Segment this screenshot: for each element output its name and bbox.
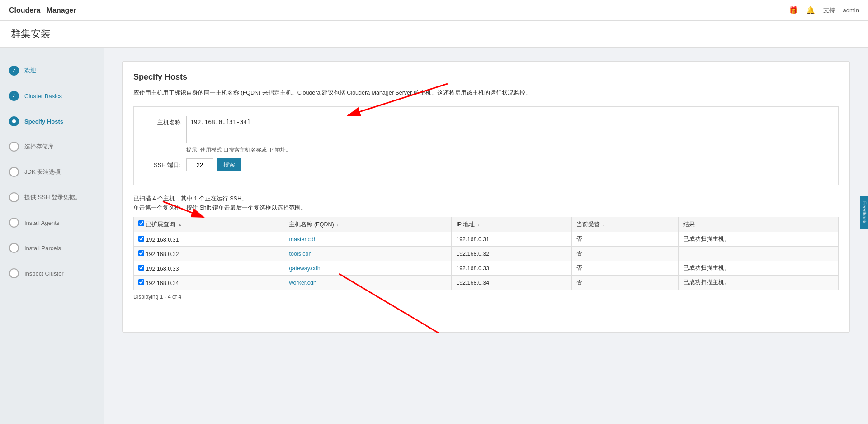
sidebar-item-label-welcome: 欢迎: [24, 67, 36, 75]
hostname-link[interactable]: tools.cdh: [289, 251, 311, 257]
col-ip: IP 地址 ↕: [452, 217, 572, 232]
sidebar-item-label-jdk: JDK 安装选项: [24, 168, 61, 176]
table-row: 192.168.0.32tools.cdh192.168.0.32否: [134, 247, 839, 261]
description: 应使用主机用于标识自身的同一主机名称 (FQDN) 来指定主机。Cloudera…: [133, 88, 839, 97]
table-row: 192.168.0.34worker.cdh192.168.0.34否已成功扫描…: [134, 276, 839, 290]
step-circle-cluster-basics: [9, 91, 19, 101]
col-managed: 当前受管 ↕: [572, 217, 679, 232]
sidebar: 欢迎 Cluster Basics Specify Hosts 选择存储库 JD…: [0, 48, 104, 424]
cell-hostname: gateway.cdh: [284, 261, 452, 276]
cell-result: [679, 247, 839, 261]
cell-managed: 否: [572, 276, 679, 290]
nav-gift-icon: 🎁: [789, 6, 798, 14]
cell-hostname: worker.cdh: [284, 276, 452, 290]
cell-ip: 192.168.0.34: [452, 276, 572, 290]
sidebar-item-label-select-repo: 选择存储库: [24, 143, 54, 151]
header-row: 已扩展查询 ▲ 主机名称 (FQDN) ↕ IP 地址 ↕ 当前受管 ↕ 结果: [134, 217, 839, 232]
content-wrapper: Specify Hosts 应使用主机用于标识自身的同一主机名称 (FQDN) …: [122, 61, 850, 333]
connector-0: [14, 80, 14, 86]
ssh-row: 搜索: [186, 158, 827, 171]
col-result: 结果: [679, 217, 839, 232]
cell-checkbox: 192.168.0.32: [134, 247, 284, 261]
step-circle-specify-hosts: [9, 116, 19, 126]
cell-ip: 192.168.0.33: [452, 261, 572, 276]
sidebar-item-cluster-basics[interactable]: Cluster Basics: [0, 86, 104, 105]
select-all-checkbox[interactable]: [138, 220, 144, 226]
brand-cloudera: Cloudera: [9, 6, 40, 14]
connector-4: [14, 181, 14, 188]
section-title: Specify Hosts: [133, 72, 839, 82]
connector-2: [14, 131, 14, 137]
hostname-row: 主机名称 192.168.0.[31-34] 提示: 使用模式 口搜索主机名称或…: [145, 116, 827, 154]
support-link[interactable]: 支持: [823, 6, 835, 14]
cell-hostname: tools.cdh: [284, 247, 452, 261]
sidebar-item-label-install-agents: Install Agents: [24, 219, 59, 226]
step-circle-jdk: [9, 167, 19, 177]
status-text: 已扫描 4 个主机，其中 1 个正在运行 SSH。 单击第一个复选框，按住 Sh…: [133, 194, 839, 212]
row-checkbox[interactable]: [138, 279, 144, 285]
table-body: 192.168.0.31master.cdh192.168.0.31否已成功扫描…: [134, 232, 839, 290]
step-circle-install-agents: [9, 218, 19, 228]
ssh-port-input[interactable]: [186, 158, 213, 171]
col-hostname: 主机名称 (FQDN) ↕: [284, 217, 452, 232]
sidebar-item-label-cluster-basics: Cluster Basics: [24, 93, 62, 100]
cell-result: 已成功扫描主机。: [679, 232, 839, 247]
ssh-port-control-group: 搜索: [186, 158, 827, 171]
table-header: 已扩展查询 ▲ 主机名称 (FQDN) ↕ IP 地址 ↕ 当前受管 ↕ 结果: [134, 217, 839, 232]
hostname-link[interactable]: worker.cdh: [289, 280, 316, 286]
hostname-link[interactable]: gateway.cdh: [289, 265, 320, 272]
brand: Cloudera Manager: [9, 6, 76, 14]
connector-3: [14, 156, 14, 162]
content-card: Specify Hosts 应使用主机用于标识自身的同一主机名称 (FQDN) …: [122, 61, 850, 333]
sidebar-item-label-ssh: 提供 SSH 登录凭据。: [24, 193, 81, 201]
cell-managed: 否: [572, 247, 679, 261]
ssh-port-row: SSH 端口: 搜索: [145, 158, 827, 171]
connector-7: [14, 257, 14, 264]
cell-ip: 192.168.0.31: [452, 232, 572, 247]
connector-6: [14, 232, 14, 238]
feedback-tab[interactable]: Feedback: [860, 195, 868, 228]
sidebar-item-install-agents[interactable]: Install Agents: [0, 213, 104, 232]
sidebar-item-install-parcels[interactable]: Install Parcels: [0, 238, 104, 257]
displaying-text: Displaying 1 - 4 of 4: [133, 294, 839, 300]
cell-checkbox: 192.168.0.31: [134, 232, 284, 247]
sidebar-item-label-inspect-cluster: Inspect Cluster: [24, 270, 64, 277]
sidebar-item-specify-hosts[interactable]: Specify Hosts: [0, 112, 104, 131]
hostname-label: 主机名称: [145, 116, 181, 127]
step-circle-select-repo: [9, 142, 19, 152]
sidebar-item-select-repo[interactable]: 选择存储库: [0, 137, 104, 156]
sidebar-item-inspect-cluster[interactable]: Inspect Cluster: [0, 264, 104, 283]
row-checkbox[interactable]: [138, 250, 144, 256]
ssh-port-label: SSH 端口:: [145, 158, 181, 169]
sidebar-item-ssh[interactable]: 提供 SSH 登录凭据。: [0, 188, 104, 207]
cell-ip: 192.168.0.32: [452, 247, 572, 261]
sidebar-item-jdk[interactable]: JDK 安装选项: [0, 162, 104, 181]
cell-managed: 否: [572, 232, 679, 247]
cell-managed: 否: [572, 261, 679, 276]
cell-checkbox: 192.168.0.33: [134, 261, 284, 276]
row-checkbox[interactable]: [138, 236, 144, 242]
step-circle-welcome: [9, 66, 19, 76]
hostname-link[interactable]: master.cdh: [289, 236, 316, 243]
step-circle-inspect-cluster: [9, 268, 19, 278]
page-title: 群集安装: [11, 27, 857, 41]
sidebar-item-welcome[interactable]: 欢迎: [0, 61, 104, 80]
hosts-table: 已扩展查询 ▲ 主机名称 (FQDN) ↕ IP 地址 ↕ 当前受管 ↕ 结果 …: [133, 217, 839, 290]
form-box: 主机名称 192.168.0.[31-34] 提示: 使用模式 口搜索主机名称或…: [133, 106, 839, 185]
navbar-right: 🎁 🔔 支持 admin: [789, 6, 859, 14]
connector-5: [14, 207, 14, 213]
row-checkbox[interactable]: [138, 265, 144, 271]
brand-manager: Manager: [47, 6, 76, 14]
main-layout: 欢迎 Cluster Basics Specify Hosts 选择存储库 JD…: [0, 48, 868, 424]
admin-menu[interactable]: admin: [843, 7, 859, 14]
page-header: 群集安装: [0, 21, 868, 48]
table-row: 192.168.0.33gateway.cdh192.168.0.33否已成功扫…: [134, 261, 839, 276]
search-button[interactable]: 搜索: [217, 158, 241, 171]
navbar: Cloudera Manager 🎁 🔔 支持 admin: [0, 0, 868, 21]
hostname-control-group: 192.168.0.[31-34] 提示: 使用模式 口搜索主机名称或 IP 地…: [186, 116, 827, 154]
hostname-input[interactable]: 192.168.0.[31-34]: [186, 116, 827, 143]
nav-bell-icon: 🔔: [806, 6, 815, 14]
cell-result: 已成功扫描主机。: [679, 261, 839, 276]
cell-result: 已成功扫描主机。: [679, 276, 839, 290]
content-area: Specify Hosts 应使用主机用于标识自身的同一主机名称 (FQDN) …: [104, 48, 868, 424]
